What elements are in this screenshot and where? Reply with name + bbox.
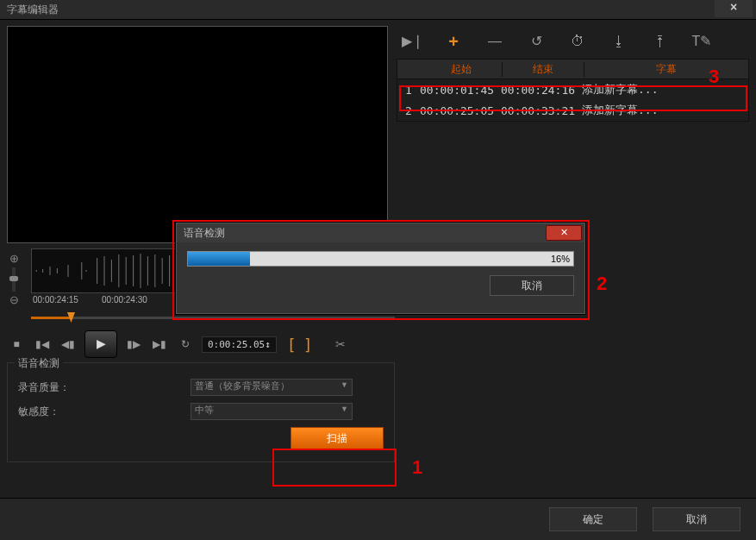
- progress-bar-fill: [188, 252, 250, 266]
- recording-quality-select[interactable]: 普通（较多背景噪音）: [191, 379, 353, 396]
- sensitivity-select[interactable]: 中等: [191, 403, 353, 420]
- scan-button[interactable]: 扫描: [291, 427, 384, 449]
- video-preview[interactable]: [7, 26, 388, 243]
- cancel-button[interactable]: 取消: [653, 507, 740, 531]
- progress-percent-label: 16%: [551, 252, 570, 266]
- ok-button[interactable]: 确定: [549, 507, 637, 531]
- subtitle-editor-window: 字幕编辑器 × ⊕ ⊖: [0, 0, 756, 540]
- step-back-button[interactable]: ◀▮: [59, 335, 78, 354]
- cut-icon[interactable]: ✂: [335, 337, 346, 351]
- dialog-titlebar: 语音检测 ✕: [177, 223, 584, 242]
- dialog-footer: 确定 取消: [0, 498, 756, 540]
- recording-quality-label: 录音质量：: [18, 380, 191, 395]
- sensitivity-label: 敏感度：: [18, 405, 191, 419]
- remove-subtitle-icon[interactable]: —: [484, 32, 505, 51]
- text-style-icon[interactable]: T✎: [691, 32, 712, 51]
- header-text[interactable]: 字幕: [584, 62, 748, 77]
- zoom-slider[interactable]: [12, 267, 16, 292]
- row-text[interactable]: 添加新字幕...: [582, 82, 748, 97]
- seek-bar[interactable]: [31, 312, 395, 324]
- undo-icon[interactable]: ↺: [526, 32, 547, 51]
- transport-controls: ■ ▮◀ ◀▮ ▶ ▮▶ ▶▮ ↻ 0:00:25.05↕ [ ] ✂: [7, 330, 395, 359]
- export-icon[interactable]: ⭱: [650, 32, 671, 51]
- voice-detection-panel: 语音检测 录音质量： 普通（较多背景噪音） 敏感度： 中等 扫描: [7, 362, 395, 462]
- dialog-close-button[interactable]: ✕: [546, 225, 582, 241]
- mark-out-icon[interactable]: ]: [303, 336, 325, 354]
- window-close-button[interactable]: ×: [715, 0, 753, 17]
- row-index: 1: [397, 84, 420, 97]
- prev-button[interactable]: ▮◀: [33, 335, 52, 354]
- timeline-label-1: 00:00:24:30: [102, 295, 147, 305]
- row-end[interactable]: 00:00:33:21: [501, 104, 582, 117]
- zoom-out-icon[interactable]: ⊖: [7, 293, 21, 307]
- stop-button[interactable]: ■: [7, 335, 26, 354]
- play-button[interactable]: ▶: [84, 330, 117, 358]
- row-start[interactable]: 00:00:25:05: [420, 104, 501, 117]
- titlebar: 字幕编辑器 ×: [0, 0, 756, 20]
- insert-at-playhead-icon[interactable]: ▶❘: [402, 32, 422, 51]
- zoom-slider-thumb[interactable]: [9, 276, 18, 281]
- dialog-cancel-button[interactable]: 取消: [490, 275, 574, 296]
- voice-detection-legend: 语音检测: [15, 356, 63, 371]
- timecode-field[interactable]: 0:00:25.05↕: [202, 336, 277, 353]
- subtitle-list-header: 起始 结束 字幕: [397, 59, 749, 79]
- zoom-in-icon[interactable]: ⊕: [7, 252, 21, 266]
- row-start[interactable]: 00:00:01:45: [420, 84, 501, 97]
- timeline-label-0: 00:00:24:15: [33, 295, 78, 305]
- header-end[interactable]: 结束: [503, 62, 584, 77]
- subtitle-row[interactable]: 1 00:00:01:45 00:00:24:16 添加新字幕...: [397, 79, 748, 100]
- step-forward-button[interactable]: ▮▶: [124, 335, 143, 354]
- row-index: 2: [397, 104, 420, 117]
- row-end[interactable]: 00:00:24:16: [501, 84, 582, 97]
- subtitle-list: 1 00:00:01:45 00:00:24:16 添加新字幕... 2 00:…: [397, 79, 749, 122]
- subtitle-toolbar: ▶❘ + — ↺ ⏱ ⭳ ⭱ T✎: [397, 19, 749, 59]
- next-button[interactable]: ▶▮: [150, 335, 169, 354]
- progress-bar: 16%: [187, 251, 574, 267]
- window-title: 字幕编辑器: [7, 3, 59, 17]
- row-text[interactable]: 添加新字幕...: [582, 103, 748, 118]
- annotation-number-3: 3: [709, 66, 719, 88]
- dialog-title: 语音检测: [184, 226, 225, 241]
- import-icon[interactable]: ⭳: [609, 32, 629, 51]
- header-start[interactable]: 起始: [421, 62, 503, 77]
- annotation-number-1: 1: [412, 456, 422, 479]
- loop-button[interactable]: ↻: [176, 335, 195, 354]
- voice-detection-dialog: 语音检测 ✕ 16% 取消: [176, 223, 585, 314]
- add-subtitle-icon[interactable]: +: [443, 32, 464, 51]
- annotation-number-2: 2: [597, 273, 607, 295]
- time-sync-icon[interactable]: ⏱: [567, 32, 588, 51]
- subtitle-row[interactable]: 2 00:00:25:05 00:00:33:21 添加新字幕...: [397, 100, 748, 121]
